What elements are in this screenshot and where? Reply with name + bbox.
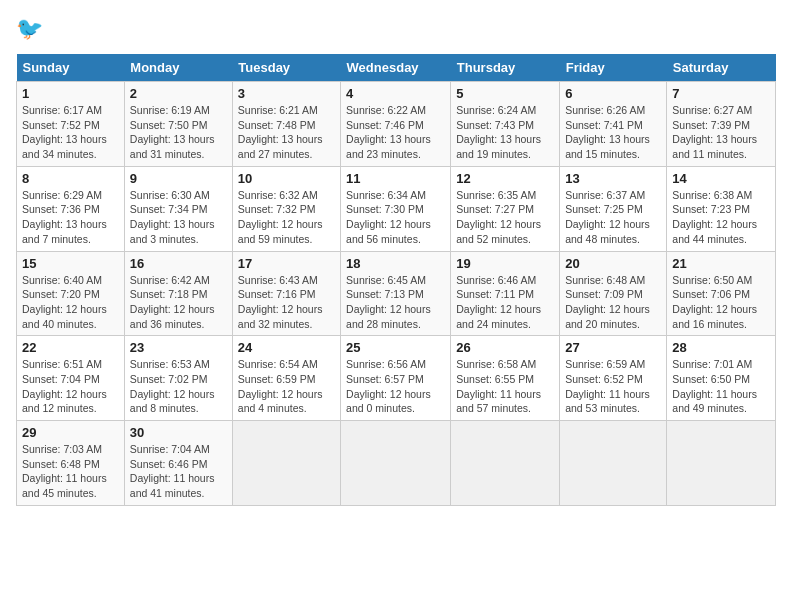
column-header-wednesday: Wednesday [341,54,451,82]
calendar-cell [451,421,560,506]
day-detail: Sunrise: 6:19 AMSunset: 7:50 PMDaylight:… [130,104,215,160]
column-header-friday: Friday [560,54,667,82]
day-number: 15 [22,256,119,271]
day-detail: Sunrise: 6:17 AMSunset: 7:52 PMDaylight:… [22,104,107,160]
calendar-cell: 15 Sunrise: 6:40 AMSunset: 7:20 PMDaylig… [17,251,125,336]
calendar-cell: 8 Sunrise: 6:29 AMSunset: 7:36 PMDayligh… [17,166,125,251]
calendar-cell: 18 Sunrise: 6:45 AMSunset: 7:13 PMDaylig… [341,251,451,336]
day-detail: Sunrise: 6:40 AMSunset: 7:20 PMDaylight:… [22,274,107,330]
calendar-cell: 6 Sunrise: 6:26 AMSunset: 7:41 PMDayligh… [560,82,667,167]
day-number: 4 [346,86,445,101]
calendar-cell: 25 Sunrise: 6:56 AMSunset: 6:57 PMDaylig… [341,336,451,421]
calendar-cell: 10 Sunrise: 6:32 AMSunset: 7:32 PMDaylig… [232,166,340,251]
day-number: 25 [346,340,445,355]
day-number: 16 [130,256,227,271]
day-detail: Sunrise: 6:35 AMSunset: 7:27 PMDaylight:… [456,189,541,245]
logo: 🐦 [16,16,47,42]
calendar-cell [667,421,776,506]
day-detail: Sunrise: 6:29 AMSunset: 7:36 PMDaylight:… [22,189,107,245]
day-detail: Sunrise: 6:34 AMSunset: 7:30 PMDaylight:… [346,189,431,245]
calendar-table: SundayMondayTuesdayWednesdayThursdayFrid… [16,54,776,506]
calendar-cell: 28 Sunrise: 7:01 AMSunset: 6:50 PMDaylig… [667,336,776,421]
day-detail: Sunrise: 6:59 AMSunset: 6:52 PMDaylight:… [565,358,650,414]
day-number: 2 [130,86,227,101]
calendar-cell [560,421,667,506]
day-number: 21 [672,256,770,271]
day-number: 6 [565,86,661,101]
week-row-3: 15 Sunrise: 6:40 AMSunset: 7:20 PMDaylig… [17,251,776,336]
calendar-cell: 7 Sunrise: 6:27 AMSunset: 7:39 PMDayligh… [667,82,776,167]
calendar-cell: 20 Sunrise: 6:48 AMSunset: 7:09 PMDaylig… [560,251,667,336]
day-number: 14 [672,171,770,186]
header-row: SundayMondayTuesdayWednesdayThursdayFrid… [17,54,776,82]
week-row-1: 1 Sunrise: 6:17 AMSunset: 7:52 PMDayligh… [17,82,776,167]
day-number: 19 [456,256,554,271]
day-number: 30 [130,425,227,440]
day-detail: Sunrise: 6:24 AMSunset: 7:43 PMDaylight:… [456,104,541,160]
day-number: 9 [130,171,227,186]
week-row-2: 8 Sunrise: 6:29 AMSunset: 7:36 PMDayligh… [17,166,776,251]
day-detail: Sunrise: 7:01 AMSunset: 6:50 PMDaylight:… [672,358,757,414]
day-number: 8 [22,171,119,186]
day-number: 10 [238,171,335,186]
week-row-4: 22 Sunrise: 6:51 AMSunset: 7:04 PMDaylig… [17,336,776,421]
calendar-cell: 12 Sunrise: 6:35 AMSunset: 7:27 PMDaylig… [451,166,560,251]
day-detail: Sunrise: 6:54 AMSunset: 6:59 PMDaylight:… [238,358,323,414]
day-detail: Sunrise: 7:04 AMSunset: 6:46 PMDaylight:… [130,443,215,499]
day-detail: Sunrise: 6:21 AMSunset: 7:48 PMDaylight:… [238,104,323,160]
calendar-cell: 14 Sunrise: 6:38 AMSunset: 7:23 PMDaylig… [667,166,776,251]
day-number: 29 [22,425,119,440]
day-detail: Sunrise: 6:48 AMSunset: 7:09 PMDaylight:… [565,274,650,330]
column-header-sunday: Sunday [17,54,125,82]
day-detail: Sunrise: 6:30 AMSunset: 7:34 PMDaylight:… [130,189,215,245]
day-detail: Sunrise: 6:22 AMSunset: 7:46 PMDaylight:… [346,104,431,160]
day-detail: Sunrise: 6:58 AMSunset: 6:55 PMDaylight:… [456,358,541,414]
calendar-cell: 30 Sunrise: 7:04 AMSunset: 6:46 PMDaylig… [124,421,232,506]
calendar-cell [341,421,451,506]
column-header-tuesday: Tuesday [232,54,340,82]
day-number: 13 [565,171,661,186]
calendar-cell: 13 Sunrise: 6:37 AMSunset: 7:25 PMDaylig… [560,166,667,251]
calendar-cell: 22 Sunrise: 6:51 AMSunset: 7:04 PMDaylig… [17,336,125,421]
day-number: 12 [456,171,554,186]
calendar-cell: 11 Sunrise: 6:34 AMSunset: 7:30 PMDaylig… [341,166,451,251]
day-detail: Sunrise: 6:46 AMSunset: 7:11 PMDaylight:… [456,274,541,330]
day-detail: Sunrise: 6:42 AMSunset: 7:18 PMDaylight:… [130,274,215,330]
day-number: 27 [565,340,661,355]
calendar-cell: 4 Sunrise: 6:22 AMSunset: 7:46 PMDayligh… [341,82,451,167]
day-number: 3 [238,86,335,101]
calendar-cell: 19 Sunrise: 6:46 AMSunset: 7:11 PMDaylig… [451,251,560,336]
calendar-body: 1 Sunrise: 6:17 AMSunset: 7:52 PMDayligh… [17,82,776,506]
calendar-cell: 3 Sunrise: 6:21 AMSunset: 7:48 PMDayligh… [232,82,340,167]
day-detail: Sunrise: 7:03 AMSunset: 6:48 PMDaylight:… [22,443,107,499]
day-number: 5 [456,86,554,101]
day-number: 7 [672,86,770,101]
day-detail: Sunrise: 6:53 AMSunset: 7:02 PMDaylight:… [130,358,215,414]
day-number: 18 [346,256,445,271]
calendar-cell: 23 Sunrise: 6:53 AMSunset: 7:02 PMDaylig… [124,336,232,421]
calendar-cell: 24 Sunrise: 6:54 AMSunset: 6:59 PMDaylig… [232,336,340,421]
page-header: 🐦 [16,16,776,42]
day-detail: Sunrise: 6:27 AMSunset: 7:39 PMDaylight:… [672,104,757,160]
day-number: 22 [22,340,119,355]
day-detail: Sunrise: 6:26 AMSunset: 7:41 PMDaylight:… [565,104,650,160]
day-number: 17 [238,256,335,271]
column-header-monday: Monday [124,54,232,82]
week-row-5: 29 Sunrise: 7:03 AMSunset: 6:48 PMDaylig… [17,421,776,506]
calendar-cell: 2 Sunrise: 6:19 AMSunset: 7:50 PMDayligh… [124,82,232,167]
day-number: 11 [346,171,445,186]
day-detail: Sunrise: 6:38 AMSunset: 7:23 PMDaylight:… [672,189,757,245]
calendar-cell: 1 Sunrise: 6:17 AMSunset: 7:52 PMDayligh… [17,82,125,167]
calendar-cell: 17 Sunrise: 6:43 AMSunset: 7:16 PMDaylig… [232,251,340,336]
day-number: 23 [130,340,227,355]
calendar-cell: 5 Sunrise: 6:24 AMSunset: 7:43 PMDayligh… [451,82,560,167]
day-detail: Sunrise: 6:50 AMSunset: 7:06 PMDaylight:… [672,274,757,330]
day-number: 28 [672,340,770,355]
day-detail: Sunrise: 6:32 AMSunset: 7:32 PMDaylight:… [238,189,323,245]
calendar-cell: 9 Sunrise: 6:30 AMSunset: 7:34 PMDayligh… [124,166,232,251]
day-detail: Sunrise: 6:45 AMSunset: 7:13 PMDaylight:… [346,274,431,330]
calendar-cell: 29 Sunrise: 7:03 AMSunset: 6:48 PMDaylig… [17,421,125,506]
calendar-cell [232,421,340,506]
column-header-thursday: Thursday [451,54,560,82]
day-number: 20 [565,256,661,271]
